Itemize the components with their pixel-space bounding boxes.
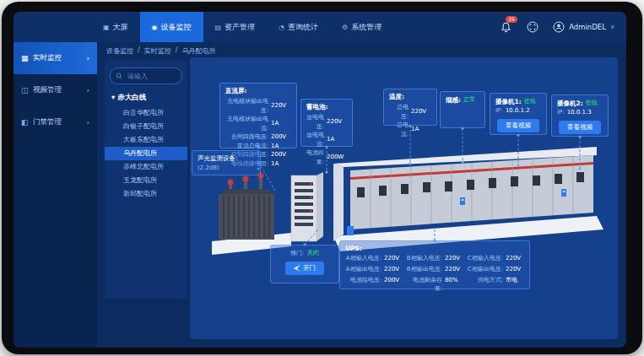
smoke-sensor-panel: 烟感:正常: [440, 91, 485, 128]
metric-label: 放电电流:: [306, 131, 324, 148]
metric-label: B相输出电压:: [406, 265, 442, 273]
metric-value: 220V: [384, 265, 403, 273]
metric-value: 200V: [271, 150, 291, 159]
metric-label: 直流总电流:: [225, 142, 268, 151]
metric-value: 1A: [271, 159, 291, 169]
tree-item-station[interactable]: 大板东配电所: [110, 133, 182, 147]
tree-item-station[interactable]: 赤峰北配电所: [110, 160, 182, 174]
metric-value: 市电: [506, 276, 524, 293]
sidebar-item-label: 实时监控: [33, 53, 62, 63]
sound-monitor-panel: 声光监测设备: (2.2dB): [192, 150, 261, 175]
sidebar-item-realtime-monitor[interactable]: ▦ 实时监控 ›: [14, 42, 97, 74]
page: ▣ 大屏 ◉ 设备监控 ▤ 资产管理 ◔ 查询统计 ⚙ 系统管理: [0, 0, 644, 356]
metric-value: 220V: [506, 254, 524, 262]
view-video-button[interactable]: 查看视频: [497, 119, 539, 132]
door-panel: 移门:关闭 开门: [270, 245, 339, 283]
open-door-icon: [294, 265, 300, 272]
stats-icon: ◔: [279, 24, 284, 31]
station-tree-panel: ▾ 赤大白线 白音华配电所 白银子配电所 大板东配电所 乌丹配电所 赤峰北配电所…: [105, 61, 187, 299]
metric-label: 充电模块输出电压:: [225, 97, 268, 115]
grid-icon: ▦: [21, 54, 33, 62]
metric-value: 80%: [445, 276, 463, 293]
metric-label: A相输出电压:: [345, 265, 382, 273]
ups-panel: UPS: A相输入电压:220V B相输入电压:220V C相输入电压:220V…: [339, 240, 530, 289]
nav-tab-dashboard[interactable]: ▣ 大屏: [91, 12, 140, 42]
nav-tab-system[interactable]: ⚙ 系统管理: [330, 12, 393, 42]
status-badge: 正常: [463, 95, 475, 105]
monitor-icon: ◉: [152, 24, 158, 31]
tree-root-node[interactable]: ▾ 赤大白线: [111, 93, 182, 103]
chevron-right-icon: ›: [86, 54, 89, 62]
battery-panel: 蓄电池: 放电电压:220V 放电电流:1A 电池容量:200W: [300, 99, 353, 147]
metric-value: 1A: [271, 119, 291, 128]
dc-screen-panel: 直流屏: 充电模块输出电压:220V 充电模块输出电流:1A 合闸回路电压:20…: [219, 83, 297, 148]
metric-value: 220V: [445, 265, 463, 273]
tree-search: [110, 67, 182, 84]
metric-value: 1A: [411, 125, 431, 134]
door-icon: ◧: [21, 118, 33, 127]
tree-item-station[interactable]: 白音华配电所: [110, 106, 182, 120]
sidebar-item-access-control[interactable]: ◧ 门禁管理 ›: [14, 106, 97, 138]
panel-title: 温度:: [389, 93, 431, 101]
status-badge: 在线: [586, 99, 598, 108]
metric-label: 电池组电压:: [345, 276, 382, 293]
metric-label: 总电流:: [389, 121, 409, 138]
search-icon: [116, 73, 122, 79]
user-menu[interactable]: AdminDEL ∨: [553, 21, 614, 33]
metric-label: B相输入电压:: [406, 254, 442, 262]
breadcrumb-separator: /: [176, 46, 178, 56]
nav-tab-label: 设备监控: [161, 22, 192, 33]
notification-badge: 29: [506, 16, 517, 23]
breadcrumb-item[interactable]: 实时监控: [144, 46, 171, 56]
sidebar: ▦ 实时监控 › ◫ 视频管理 › ◧ 门禁管理 ›: [14, 42, 97, 348]
metric-value: 220V: [271, 101, 291, 111]
open-door-label: 开门: [303, 264, 316, 272]
breadcrumb-item[interactable]: 设备监控: [106, 46, 133, 56]
top-navbar: ▣ 大屏 ◉ 设备监控 ▤ 资产管理 ◔ 查询统计 ⚙ 系统管理: [14, 12, 626, 42]
metric-label: A相输入电压:: [345, 254, 382, 262]
assets-icon: ▤: [215, 24, 222, 31]
view-video-button[interactable]: 查看视频: [559, 121, 601, 134]
tree-item-station[interactable]: 白银子配电所: [110, 120, 182, 133]
nav-tab-device-monitor[interactable]: ◉ 设备监控: [140, 12, 203, 42]
metric-label: 电池剩余容量:: [406, 276, 442, 293]
metric-label: 放电电压:: [306, 113, 324, 131]
breadcrumb: 设备监控 / 实时监控 / 乌丹配电所: [106, 46, 215, 56]
temperature-panel: 温度: 总电压:220V 总电流:1A: [383, 89, 437, 126]
tree-item-station-selected[interactable]: 乌丹配电所: [105, 147, 187, 160]
nav-tab-label: 查询统计: [288, 22, 318, 33]
tree-item-station[interactable]: 新邱配电所: [110, 187, 182, 201]
metric-value: 200V: [384, 276, 403, 293]
ip-value: 10.0.1.3: [567, 108, 592, 117]
status-badge: 在线: [524, 97, 536, 106]
metric-value: 200W: [327, 153, 347, 162]
panel-title: 蓄电池:: [306, 103, 347, 111]
panel-title: UPS:: [345, 245, 524, 252]
notifications-button[interactable]: 29: [499, 20, 512, 34]
nav-tab-statistics[interactable]: ◔ 查询统计: [267, 12, 330, 42]
open-door-button[interactable]: 开门: [285, 262, 324, 275]
chevron-right-icon: ›: [86, 86, 89, 94]
metric-label: 充电模块输出电流:: [225, 115, 268, 132]
tree-search-input[interactable]: [126, 72, 176, 81]
metric-label: 供电方式:: [467, 276, 503, 293]
nav-tab-label: 大屏: [113, 22, 128, 33]
room-left-wall: [333, 164, 344, 241]
chevron-right-icon: ›: [86, 118, 89, 127]
metric-label: C相输出电压:: [467, 265, 503, 273]
metric-value: 200V: [271, 132, 291, 142]
tree-item-station[interactable]: 玉龙配电所: [110, 174, 182, 187]
nav-tab-assets[interactable]: ▤ 资产管理: [203, 12, 268, 42]
breadcrumb-item: 乌丹配电所: [181, 46, 215, 56]
fullscreen-button[interactable]: [526, 20, 539, 34]
metric-value: 220V: [445, 254, 463, 262]
username: AdminDEL: [569, 23, 606, 31]
sound-monitor-value: (2.2dB): [198, 165, 255, 171]
metric-label: 烟感:: [446, 95, 461, 105]
transformer: [219, 173, 274, 240]
metric-value: 1A: [327, 135, 347, 144]
door-label: 移门:: [290, 249, 304, 258]
sidebar-item-video-management[interactable]: ◫ 视频管理 ›: [14, 74, 97, 106]
ip-label: IP:: [495, 106, 503, 116]
panel-title: 摄像机1:: [495, 97, 522, 106]
